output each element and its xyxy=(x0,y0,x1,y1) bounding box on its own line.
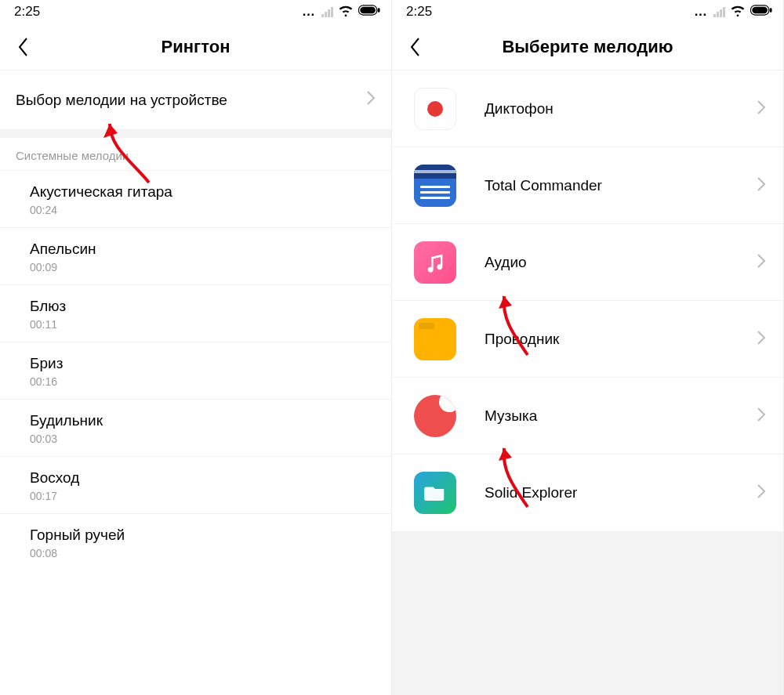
svg-rect-1 xyxy=(360,7,376,13)
back-button[interactable] xyxy=(0,37,47,57)
melody-item[interactable]: Будильник 00:03 xyxy=(0,399,391,456)
pick-melody-label: Выбор мелодии на устройстве xyxy=(16,92,227,109)
melody-item[interactable]: Бриз 00:16 xyxy=(0,342,391,399)
melody-name: Бриз xyxy=(30,355,376,372)
pick-melody-on-device[interactable]: Выбор мелодии на устройстве xyxy=(0,71,391,130)
melody-duration: 00:08 xyxy=(30,547,376,559)
app-item-solid-explorer[interactable]: Solid Explorer xyxy=(392,454,783,531)
svg-rect-4 xyxy=(752,7,768,13)
more-dots-icon: … xyxy=(302,4,317,20)
melody-item[interactable]: Горный ручей 00:08 xyxy=(0,513,391,570)
melody-duration: 00:11 xyxy=(30,318,376,331)
melody-duration: 00:24 xyxy=(30,204,376,216)
app-item-audio[interactable]: Аудио xyxy=(392,224,783,301)
melody-duration: 00:17 xyxy=(30,490,376,502)
clock: 2:25 xyxy=(406,4,432,20)
music-icon xyxy=(414,395,456,437)
chevron-right-icon xyxy=(757,330,766,349)
app-item-music[interactable]: Музыка xyxy=(392,378,783,454)
system-melodies-header: Системные мелодии xyxy=(0,138,391,170)
svg-rect-5 xyxy=(770,8,772,13)
status-icons: … xyxy=(694,2,772,22)
signal-icon xyxy=(713,7,725,17)
clock: 2:25 xyxy=(14,4,40,20)
melody-name: Акустическая гитара xyxy=(30,183,376,201)
chevron-right-icon xyxy=(757,100,766,118)
app-label: Total Commander xyxy=(485,177,757,194)
empty-area xyxy=(392,531,783,695)
wifi-icon xyxy=(730,2,746,22)
solid-explorer-icon xyxy=(414,472,456,514)
wifi-icon xyxy=(338,2,354,22)
more-dots-icon: … xyxy=(694,4,709,20)
header: Рингтон xyxy=(0,24,391,71)
page-title: Выберите мелодию xyxy=(392,37,783,57)
folder-icon xyxy=(414,318,456,360)
app-list: Диктофон Total Commander Аудио Проводник… xyxy=(392,71,783,531)
app-label: Проводник xyxy=(485,331,757,348)
app-label: Музыка xyxy=(485,407,757,425)
app-label: Solid Explorer xyxy=(485,484,757,501)
melody-item[interactable]: Акустическая гитара 00:24 xyxy=(0,170,391,227)
svg-rect-2 xyxy=(378,8,380,13)
chevron-right-icon xyxy=(757,407,766,425)
page-title: Рингтон xyxy=(0,37,391,57)
chevron-right-icon xyxy=(366,90,376,110)
audio-icon xyxy=(414,241,456,284)
header: Выберите мелодию xyxy=(392,24,783,71)
total-commander-icon xyxy=(414,165,456,207)
melody-item[interactable]: Восход 00:17 xyxy=(0,456,391,513)
melody-duration: 00:03 xyxy=(30,433,376,445)
divider xyxy=(0,130,391,138)
app-item-recorder[interactable]: Диктофон xyxy=(392,71,783,147)
app-label: Аудио xyxy=(485,254,757,271)
left-screen: 2:25 … Рингтон Выбор мелодии на устройст… xyxy=(0,0,392,695)
melody-name: Блюз xyxy=(30,298,376,315)
battery-icon xyxy=(750,4,772,20)
recorder-icon xyxy=(414,88,456,130)
app-item-total-commander[interactable]: Total Commander xyxy=(392,147,783,224)
melody-name: Будильник xyxy=(30,412,376,429)
melody-list: Акустическая гитара 00:24 Апельсин 00:09… xyxy=(0,170,391,570)
melody-name: Восход xyxy=(30,469,376,487)
right-screen: 2:25 … Выберите мелодию Диктофон Total C… xyxy=(392,0,784,695)
melody-duration: 00:09 xyxy=(30,261,376,273)
chevron-right-icon xyxy=(757,253,766,272)
melody-name: Апельсин xyxy=(30,241,376,258)
battery-icon xyxy=(358,4,380,20)
chevron-right-icon xyxy=(757,483,766,502)
melody-duration: 00:16 xyxy=(30,375,376,388)
app-label: Диктофон xyxy=(485,100,757,118)
back-button[interactable] xyxy=(392,37,439,57)
signal-icon xyxy=(321,7,333,17)
status-bar: 2:25 … xyxy=(392,0,783,24)
melody-item[interactable]: Блюз 00:11 xyxy=(0,284,391,342)
melody-name: Горный ручей xyxy=(30,527,376,544)
melody-item[interactable]: Апельсин 00:09 xyxy=(0,227,391,284)
chevron-right-icon xyxy=(757,176,766,195)
app-item-file-explorer[interactable]: Проводник xyxy=(392,301,783,378)
status-icons: … xyxy=(302,2,380,22)
status-bar: 2:25 … xyxy=(0,0,391,24)
